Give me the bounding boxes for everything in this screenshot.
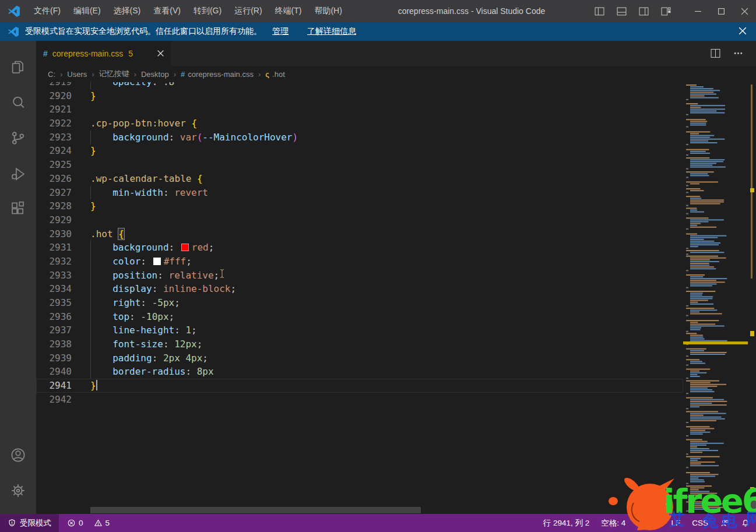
- code-line-2929[interactable]: 2929: [36, 213, 683, 227]
- chevron-right-icon: ›: [258, 70, 261, 79]
- code-lines: 2919opacity: .82920}29212922.cp-pop-btn:…: [36, 82, 683, 407]
- line-number: 2925: [36, 158, 72, 172]
- breadcrumb: C:›Users›记忆按键›Desktop›#corepress-main.cs…: [36, 66, 756, 82]
- toggle-sidebar-icon[interactable]: [595, 6, 604, 16]
- restricted-mode-banner: 受限模式旨在实现安全地浏览代码。信任此窗口以启用所有功能。 管理 了解详细信息: [0, 22, 756, 41]
- code-line-2921[interactable]: 2921: [36, 103, 683, 117]
- explorer-icon[interactable]: [0, 49, 36, 84]
- code-line-2938[interactable]: 2938font-size: 12px;: [36, 337, 683, 351]
- code-line-2934[interactable]: 2934display: inline-block;: [36, 282, 683, 296]
- menu-item[interactable]: 运行(R): [228, 0, 268, 22]
- code-line-2936[interactable]: 2936top: -10px;: [36, 310, 683, 324]
- code-line-2925[interactable]: 2925: [36, 158, 683, 172]
- menu-item[interactable]: 文件(F): [27, 0, 67, 22]
- toggle-secondary-sidebar-icon[interactable]: [639, 6, 649, 16]
- code-line-2942[interactable]: 2942: [36, 393, 683, 407]
- color-swatch[interactable]: [153, 258, 161, 265]
- vertical-scrollbar[interactable]: [748, 496, 756, 513]
- menu-item[interactable]: 帮助(H): [308, 0, 348, 22]
- ruler-warning-marker: [750, 188, 754, 192]
- code-line-2930[interactable]: 2930.hot {: [36, 227, 683, 241]
- language-mode-status[interactable]: CSS: [686, 514, 714, 532]
- toggle-panel-icon[interactable]: [617, 6, 627, 16]
- indent-guide: [90, 296, 112, 310]
- indent-guide: [90, 310, 112, 324]
- overview-ruler[interactable]: [748, 82, 756, 514]
- code-line-2924[interactable]: 2924}: [36, 144, 683, 158]
- customize-layout-icon[interactable]: [661, 6, 671, 16]
- breadcrumb-item[interactable]: C:: [48, 70, 55, 79]
- close-banner-icon[interactable]: [739, 27, 747, 37]
- close-tab-icon[interactable]: [157, 50, 164, 57]
- css-file-icon: #: [43, 49, 48, 58]
- cursor-position-status[interactable]: 行 2941, 列 2: [537, 514, 596, 532]
- code-line-2920[interactable]: 2920}: [36, 89, 683, 103]
- manage-link[interactable]: 管理: [272, 26, 289, 37]
- line-number: 2929: [36, 213, 72, 227]
- close-window-button[interactable]: [733, 0, 756, 22]
- tab-bar: # corepress-main.css 5: [36, 41, 756, 66]
- breadcrumb-item[interactable]: Users: [67, 70, 87, 79]
- menu-item[interactable]: 转到(G): [187, 0, 228, 22]
- code-line-2919[interactable]: 2919opacity: .8: [36, 82, 683, 89]
- breadcrumb-item[interactable]: .hot: [272, 70, 285, 79]
- settings-gear-icon[interactable]: [0, 473, 36, 508]
- problems-status[interactable]: 0 5: [61, 514, 115, 532]
- ruler-modified-marker: [751, 84, 753, 279]
- mouse-ibeam-cursor: [219, 269, 225, 281]
- notifications-bell-icon[interactable]: [735, 514, 756, 532]
- code-line-2926[interactable]: 2926.wp-calendar-table {: [36, 172, 683, 186]
- code-line-2922[interactable]: 2922.cp-pop-btn:hover {: [36, 117, 683, 131]
- learn-more-link[interactable]: 了解详细信息: [307, 26, 356, 37]
- maximize-button[interactable]: [709, 0, 733, 22]
- code-line-2928[interactable]: 2928}: [36, 199, 683, 213]
- minimap[interactable]: [683, 82, 748, 514]
- code-line-2940[interactable]: 2940border-radius: 8px: [36, 365, 683, 379]
- line-number: 2930: [36, 227, 72, 241]
- eol-status[interactable]: LF: [665, 514, 686, 532]
- title-bar: 文件(F)编辑(E)选择(S)查看(V)转到(G)运行(R)终端(T)帮助(H)…: [0, 0, 756, 22]
- color-swatch[interactable]: [181, 244, 189, 251]
- restricted-mode-label: 受限模式: [20, 518, 51, 529]
- account-icon[interactable]: [0, 437, 36, 473]
- menu-item[interactable]: 终端(T): [269, 0, 308, 22]
- line-number: 2923: [36, 131, 72, 145]
- symbol-class-icon: ς: [265, 70, 269, 79]
- encoding-status[interactable]: UTF-8: [631, 514, 665, 532]
- code-line-2937[interactable]: 2937line-height: 1;: [36, 323, 683, 337]
- search-icon[interactable]: [0, 84, 36, 120]
- code-line-2933[interactable]: 2933position: relative;: [36, 269, 683, 283]
- more-actions-icon[interactable]: [733, 48, 743, 58]
- code-line-2927[interactable]: 2927min-width: revert: [36, 186, 683, 200]
- code-line-2923[interactable]: 2923background: var(--MaincolorHover): [36, 131, 683, 145]
- menu-item[interactable]: 编辑(E): [67, 0, 107, 22]
- line-number: 2920: [36, 89, 72, 103]
- code-editor[interactable]: 2919opacity: .82920}29212922.cp-pop-btn:…: [36, 82, 756, 514]
- code-line-2939[interactable]: 2939padding: 2px 4px;: [36, 351, 683, 365]
- code-line-2935[interactable]: 2935right: -5px;: [36, 296, 683, 310]
- line-number: 2941: [36, 379, 72, 393]
- feedback-icon[interactable]: [714, 514, 735, 532]
- minimize-button[interactable]: [686, 0, 709, 22]
- tab-corepress-main-css[interactable]: # corepress-main.css 5: [36, 41, 171, 66]
- chevron-right-icon: ›: [134, 70, 136, 79]
- line-number: 2931: [36, 241, 72, 255]
- code-line-2941[interactable]: 2941}: [36, 379, 683, 393]
- line-number: 2919: [36, 82, 72, 89]
- code-line-2932[interactable]: 2932color: #fff;: [36, 255, 683, 269]
- menu-item[interactable]: 选择(S): [107, 0, 147, 22]
- breadcrumb-item[interactable]: 记忆按键: [99, 69, 129, 79]
- breadcrumb-item[interactable]: Desktop: [141, 70, 169, 79]
- horizontal-scrollbar[interactable]: [90, 507, 421, 513]
- line-number: 2935: [36, 296, 72, 310]
- breadcrumb-item[interactable]: corepress-main.css: [188, 70, 254, 79]
- code-line-2931[interactable]: 2931background: red;: [36, 241, 683, 255]
- menu-item[interactable]: 查看(V): [147, 0, 187, 22]
- tab-label: corepress-main.css: [52, 49, 123, 58]
- split-editor-icon[interactable]: [711, 48, 720, 58]
- restricted-mode-status[interactable]: 受限模式: [0, 514, 59, 532]
- source-control-icon[interactable]: [0, 120, 36, 156]
- run-debug-icon[interactable]: [0, 156, 36, 191]
- indentation-status[interactable]: 空格: 4: [595, 514, 631, 532]
- extensions-icon[interactable]: [0, 191, 36, 227]
